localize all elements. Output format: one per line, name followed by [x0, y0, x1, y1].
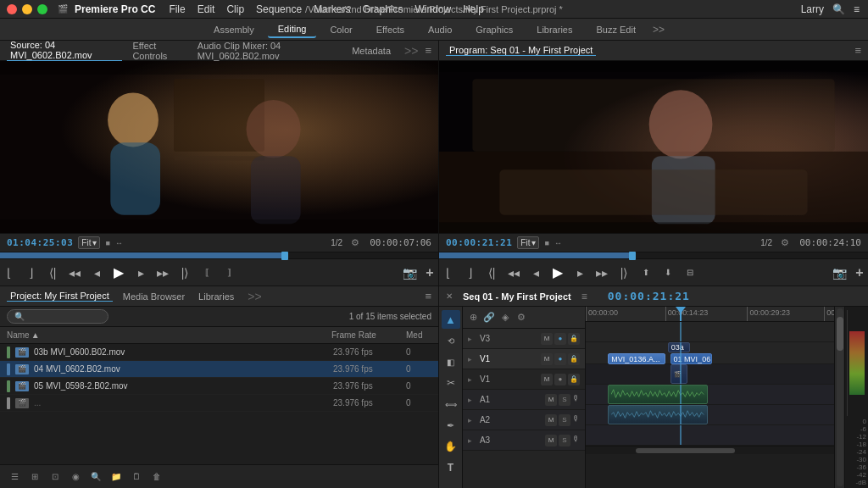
- tl-track-expand-a2[interactable]: ▸: [468, 416, 472, 424]
- pt-new-bin[interactable]: 📁: [108, 469, 124, 485]
- tl-tool-marker[interactable]: ◈: [498, 311, 512, 324]
- tool-pen[interactable]: ✒: [442, 416, 460, 435]
- tl-clip-audio-a2[interactable]: [608, 405, 707, 424]
- tool-razor[interactable]: ✂: [442, 374, 460, 392]
- program-step-back1[interactable]: ◂: [527, 264, 544, 281]
- menu-sequence[interactable]: Sequence: [256, 3, 302, 15]
- source-panel-menu[interactable]: ≡: [425, 44, 431, 57]
- ws-tab-editing[interactable]: Editing: [268, 21, 317, 38]
- source-settings-icon[interactable]: ⚙: [351, 237, 359, 248]
- pt-new-item[interactable]: 🗒: [129, 469, 144, 485]
- tl-solo-a1[interactable]: S: [559, 394, 570, 406]
- timeline-timecode[interactable]: 00:00:21:21: [608, 290, 690, 302]
- source-insert[interactable]: ⟦: [198, 264, 215, 281]
- program-extract[interactable]: ⬇: [659, 264, 676, 281]
- tl-ruler[interactable]: 00:00:00 00:00:14:23 00:00:29:23 00:00:4…: [586, 307, 834, 322]
- source-mark-out[interactable]: ⌋: [22, 264, 39, 281]
- tl-tool-link[interactable]: 🔗: [482, 311, 496, 324]
- project-item-1[interactable]: 🎬 03b MVI_0600.B02.mov 23.976 fps 0: [0, 344, 438, 361]
- program-goto-out[interactable]: |⟩: [615, 264, 632, 281]
- tl-mute-v3[interactable]: M: [541, 333, 553, 345]
- tl-track-expand-v1b[interactable]: ▸: [468, 375, 472, 384]
- menu-icon[interactable]: ≡: [854, 3, 860, 15]
- tl-clip-03a[interactable]: 03a: [668, 342, 690, 352]
- tl-track-expand-v3[interactable]: ▸: [468, 335, 472, 343]
- tl-track-expand-v1[interactable]: ▸: [468, 355, 472, 363]
- ws-tab-assembly[interactable]: Assembly: [203, 22, 264, 37]
- source-goto-out[interactable]: |⟩: [176, 264, 193, 281]
- source-step-back1[interactable]: ◂: [88, 264, 105, 281]
- program-panel-menu[interactable]: ≡: [854, 44, 861, 57]
- timeline-header-menu[interactable]: ≡: [581, 291, 587, 302]
- source-scrubber[interactable]: [0, 252, 438, 258]
- menu-clip[interactable]: Clip: [226, 3, 244, 15]
- project-tab-mediabrowser[interactable]: Media Browser: [120, 291, 188, 302]
- program-tab-active[interactable]: Program: Seq 01 - My First Project: [446, 45, 596, 56]
- ws-tab-graphics[interactable]: Graphics: [465, 22, 523, 37]
- menu-file[interactable]: File: [169, 3, 185, 15]
- program-camera-icon[interactable]: 📷: [831, 264, 848, 281]
- program-mark-in[interactable]: ⌊: [439, 264, 456, 281]
- tool-select[interactable]: ▲: [442, 310, 460, 329]
- tl-solo-v3[interactable]: ●: [554, 333, 566, 345]
- tool-slip[interactable]: ⟺: [442, 395, 460, 413]
- tl-track-expand-a1[interactable]: ▸: [468, 396, 472, 404]
- tl-vscroll-thumb[interactable]: [837, 317, 843, 351]
- tl-solo-a3[interactable]: S: [559, 435, 570, 446]
- tl-tool-snap[interactable]: ⊕: [466, 311, 480, 324]
- ws-tab-audio[interactable]: Audio: [418, 22, 462, 37]
- tl-hscroll-thumb[interactable]: [636, 448, 735, 453]
- maximize-button[interactable]: [37, 4, 47, 14]
- close-button[interactable]: [7, 4, 17, 14]
- tl-mute-a2[interactable]: M: [545, 414, 557, 426]
- project-tabs-more[interactable]: >>: [248, 290, 261, 303]
- source-add-button[interactable]: +: [421, 264, 438, 281]
- tl-mute-v1[interactable]: M: [541, 353, 553, 365]
- project-tab-active[interactable]: Project: My First Project: [7, 291, 113, 302]
- program-lift[interactable]: ⬆: [637, 264, 654, 281]
- workspace-more[interactable]: >>: [653, 24, 665, 36]
- source-tab-active[interactable]: Source: 04 MVI_0602.B02.mov: [7, 40, 122, 61]
- program-settings-icon[interactable]: ⚙: [781, 237, 789, 248]
- tl-mute-a3[interactable]: M: [545, 435, 557, 446]
- source-mark-in[interactable]: ⌊: [0, 264, 17, 281]
- tool-type[interactable]: T: [442, 458, 460, 477]
- ws-tab-libraries[interactable]: Libraries: [526, 22, 582, 37]
- program-goto-in[interactable]: ⟨|: [483, 264, 500, 281]
- program-fit-dropdown[interactable]: Fit ▾: [517, 236, 539, 249]
- ws-tab-color[interactable]: Color: [320, 22, 362, 37]
- tool-ripple-edit[interactable]: ⟲: [442, 331, 460, 350]
- program-add-button[interactable]: +: [851, 264, 868, 281]
- pt-search[interactable]: 🔍: [88, 469, 103, 485]
- program-timecode[interactable]: 00:00:21:21: [446, 237, 512, 248]
- tl-clip-mvi0136[interactable]: MVI_0136.A...: [608, 353, 665, 364]
- ws-tab-buzzEdit[interactable]: Buzz Edit: [586, 22, 645, 37]
- tl-solo-a2[interactable]: S: [559, 414, 570, 426]
- tl-mute-v1b[interactable]: M: [541, 374, 553, 385]
- source-overwrite[interactable]: ⟧: [220, 264, 237, 281]
- ws-tab-effects[interactable]: Effects: [366, 22, 415, 37]
- source-step-fwd[interactable]: ▸▸: [154, 264, 171, 281]
- tl-solo-v1b[interactable]: ●: [554, 374, 566, 385]
- program-compare[interactable]: ⊟: [682, 264, 698, 281]
- pt-slider[interactable]: ◉: [68, 469, 83, 485]
- pt-grid-view[interactable]: ⊞: [27, 469, 42, 485]
- source-tab-audio-mixer[interactable]: Audio Clip Mixer: 04 MVI_0602.B02.mov: [194, 41, 342, 61]
- source-playhead[interactable]: [281, 252, 288, 260]
- tool-hand[interactable]: ✋: [442, 437, 460, 456]
- source-fit-dropdown[interactable]: Fit ▾: [78, 236, 100, 249]
- source-goto-in[interactable]: ⟨|: [44, 264, 61, 281]
- source-step-back[interactable]: ◂◂: [66, 264, 83, 281]
- tl-hscroll[interactable]: [586, 446, 834, 454]
- source-tab-metadata[interactable]: Metadata: [348, 46, 394, 56]
- tl-lock-v1[interactable]: 🔒: [568, 353, 580, 365]
- tl-tool-settings[interactable]: ⚙: [515, 311, 528, 324]
- tl-mute-a1[interactable]: M: [545, 394, 557, 406]
- project-item-4[interactable]: 🎬 ... 23.976 fps 0: [0, 395, 438, 412]
- program-mark-out[interactable]: ⌋: [461, 264, 478, 281]
- project-search-box[interactable]: 🔍: [7, 309, 108, 324]
- tool-rate-stretch[interactable]: ◧: [442, 352, 460, 371]
- source-tab-effect-controls[interactable]: Effect Controls: [129, 41, 186, 61]
- source-camera-icon[interactable]: 📷: [401, 264, 418, 281]
- tl-lock-v1b[interactable]: 🔒: [568, 374, 580, 385]
